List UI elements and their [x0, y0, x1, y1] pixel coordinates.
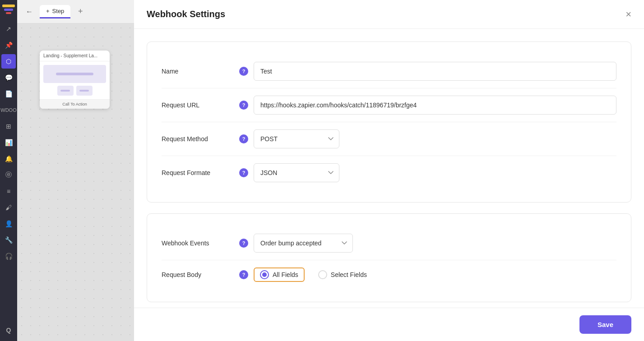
sidebar-item-block[interactable]: ⊞ [1, 119, 16, 134]
cta-bar[interactable]: Call To Action [40, 99, 110, 109]
select-fields-radio[interactable] [318, 270, 327, 279]
all-fields-radio[interactable] [260, 270, 269, 279]
webhook-events-help-icon[interactable]: ? [239, 239, 248, 248]
sidebar-item-page[interactable]: 📄 [1, 87, 16, 101]
sidebar-item-arrow[interactable]: ↗ [1, 22, 16, 36]
webhook-settings-panel: Webhook Settings × Name ? Request URL ? … [134, 0, 644, 341]
request-method-select[interactable]: POST GET PUT DELETE [254, 129, 339, 148]
request-formate-row: Request Formate ? JSON XML FORM [162, 156, 616, 189]
sidebar-item-list[interactable]: ≡ [1, 184, 16, 198]
sidebar-item-q[interactable]: Q [1, 323, 16, 337]
request-method-help-icon[interactable]: ? [239, 134, 248, 143]
request-formate-label: Request Formate [162, 169, 234, 176]
sidebar-item-wrench[interactable]: 🔧 [1, 233, 16, 247]
request-formate-help-icon[interactable]: ? [239, 168, 248, 177]
sidebar-item-active[interactable]: ⬡ [1, 54, 16, 69]
name-help-icon[interactable]: ? [239, 67, 248, 76]
all-fields-label: All Fields [273, 271, 298, 278]
webhook-events-row: Webhook Events ? Order bump accepted Ord… [162, 226, 616, 260]
select-fields-option[interactable]: Select Fields [312, 267, 373, 282]
request-url-help-icon[interactable]: ? [239, 101, 248, 110]
request-url-row: Request URL ? [162, 88, 616, 122]
mock-btn-1 [57, 86, 74, 96]
radio-group: All Fields Select Fields [254, 267, 373, 282]
mock-buttons [43, 86, 106, 96]
close-button[interactable]: × [625, 9, 631, 19]
mock-btn-2 [76, 86, 93, 96]
save-button[interactable]: Save [579, 315, 631, 334]
name-input[interactable] [254, 62, 616, 81]
sidebar: ↗ 📌 ⬡ 💬 📄 WDOO ⊞ 📊 🔔 ⓔ ≡ 🖌 👤 🔧 🎧 Q [0, 0, 17, 341]
svg-rect-0 [2, 5, 15, 7]
mock-btn-inner-2 [79, 90, 89, 92]
panel-title: Webhook Settings [147, 9, 225, 19]
request-url-label: Request URL [162, 101, 234, 109]
sidebar-item-chat[interactable]: 💬 [1, 70, 16, 85]
request-body-row: Request Body ? All Fields Select Fields [162, 260, 616, 289]
sidebar-item-bell[interactable]: 🔔 [1, 152, 16, 166]
all-fields-option[interactable]: All Fields [254, 267, 305, 282]
name-label: Name [162, 68, 234, 75]
step-label: Step [52, 8, 65, 14]
select-fields-label: Select Fields [331, 271, 367, 278]
sidebar-item-pin[interactable]: 📌 [1, 38, 16, 52]
form-card-basic: Name ? Request URL ? Request Method ? PO… [147, 41, 631, 203]
add-step-button[interactable]: + [74, 5, 87, 18]
panel-header: Webhook Settings × [134, 0, 644, 29]
request-body-label: Request Body [162, 271, 234, 278]
sidebar-item-chart[interactable]: 📊 [1, 135, 16, 150]
landing-card-body [40, 61, 110, 99]
panel-footer: Save [134, 308, 644, 341]
sidebar-item-person[interactable]: 👤 [1, 217, 16, 231]
request-method-label: Request Method [162, 135, 234, 143]
sidebar-item-brush[interactable]: 🖌 [1, 200, 16, 215]
back-button[interactable]: ← [23, 5, 36, 18]
webhook-events-select[interactable]: Order bump accepted Order completed Orde… [254, 234, 353, 253]
name-row: Name ? [162, 55, 616, 88]
webhook-events-label: Webhook Events [162, 240, 234, 247]
landing-card[interactable]: Landing - Supplement La... Call To Actio… [40, 51, 110, 109]
svg-rect-1 [4, 9, 13, 11]
mock-btn-inner-1 [60, 90, 70, 92]
sidebar-item-circle-e[interactable]: ⓔ [1, 168, 16, 182]
app-logo[interactable] [1, 4, 16, 16]
step-plus-icon: + [46, 8, 50, 14]
request-body-help-icon[interactable]: ? [239, 270, 248, 279]
request-formate-select[interactable]: JSON XML FORM [254, 163, 339, 182]
svg-rect-2 [6, 12, 11, 14]
sidebar-item-shop[interactable]: WDOO [1, 103, 16, 117]
landing-card-title: Landing - Supplement La... [40, 51, 110, 61]
panel-body: Name ? Request URL ? Request Method ? PO… [134, 29, 644, 308]
request-url-input[interactable] [254, 96, 616, 115]
request-method-row: Request Method ? POST GET PUT DELETE [162, 122, 616, 156]
sidebar-item-headset[interactable]: 🎧 [1, 249, 16, 263]
mock-banner [43, 65, 106, 83]
step-tab[interactable]: + Step [40, 5, 70, 18]
mock-banner-inner [56, 73, 93, 75]
form-card-events: Webhook Events ? Order bump accepted Ord… [147, 213, 631, 302]
